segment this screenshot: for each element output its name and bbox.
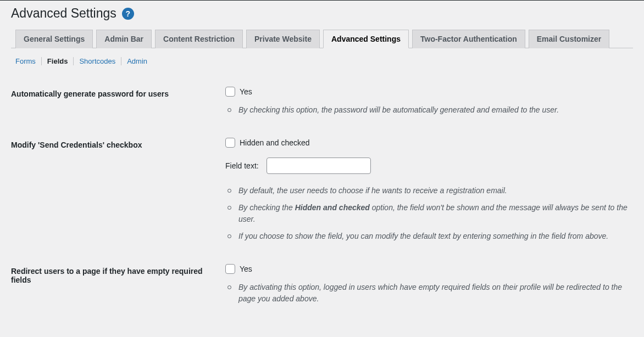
page-title: Advanced Settings ? [11, 6, 633, 21]
setting-description: If you choose to show the field, you can… [225, 231, 628, 242]
auto-generate-password-checkbox[interactable] [225, 87, 235, 97]
redirect-empty-required-checkbox[interactable] [225, 264, 235, 274]
page-title-text: Advanced Settings [11, 6, 116, 21]
tab-email-customizer[interactable]: Email Customizer [529, 30, 609, 48]
setting-label: Redirect users to a page if they have em… [11, 256, 220, 318]
checkbox-label: Yes [240, 87, 252, 96]
tab-two-factor-authentication[interactable]: Two-Factor Authentication [412, 30, 525, 48]
setting-description: By checking this option, the password wi… [225, 104, 628, 116]
secondary-tabs: Forms Fields Shortcodes Admin [15, 57, 633, 65]
subtab-shortcodes[interactable]: Shortcodes [79, 57, 115, 65]
setting-description: By activating this option, logged in use… [225, 282, 628, 305]
setting-row-auto-generate-password: Automatically generate password for user… [11, 78, 633, 130]
help-icon[interactable]: ? [122, 8, 134, 20]
tab-admin-bar[interactable]: Admin Bar [96, 30, 152, 48]
tab-private-website[interactable]: Private Website [246, 30, 320, 48]
primary-tabs: General Settings Admin Bar Content Restr… [11, 30, 633, 48]
setting-row-modify-send-credentials: Modify 'Send Credentials' checkbox Hidde… [11, 130, 633, 256]
checkbox-label: Yes [240, 265, 252, 273]
subtab-fields[interactable]: Fields [47, 57, 68, 65]
tab-advanced-settings[interactable]: Advanced Settings [323, 30, 409, 48]
tab-content-restriction[interactable]: Content Restriction [155, 30, 243, 48]
setting-label: Automatically generate password for user… [11, 78, 220, 130]
subtab-admin[interactable]: Admin [127, 57, 147, 65]
setting-description: By default, the user needs to choose if … [225, 185, 628, 196]
field-text-label: Field text: [225, 161, 259, 170]
settings-form: Automatically generate password for user… [11, 78, 633, 318]
checkbox-label: Hidden and checked [240, 138, 310, 147]
setting-label: Modify 'Send Credentials' checkbox [11, 130, 220, 256]
setting-row-redirect-empty-required: Redirect users to a page if they have em… [11, 256, 633, 318]
field-text-input[interactable] [267, 158, 371, 174]
tab-general-settings[interactable]: General Settings [15, 30, 93, 48]
setting-description: By checking the Hidden and checked optio… [225, 202, 628, 225]
subtab-forms[interactable]: Forms [15, 57, 36, 65]
hidden-and-checked-checkbox[interactable] [225, 138, 235, 148]
